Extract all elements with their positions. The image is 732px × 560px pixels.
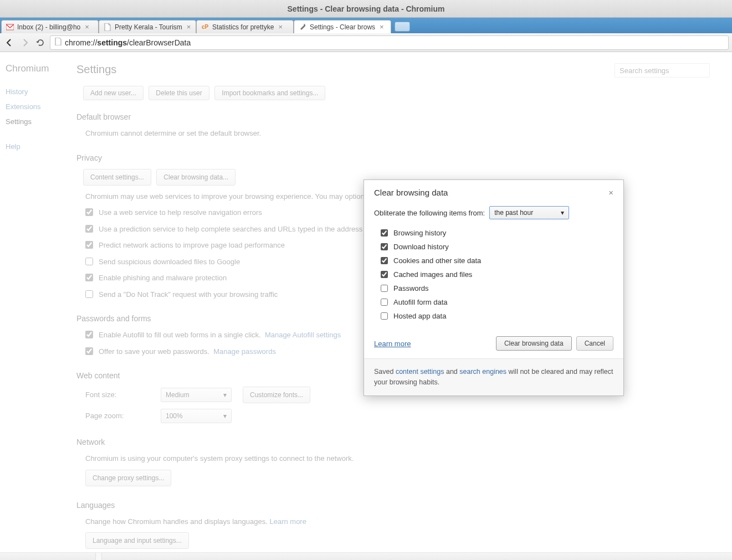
- window-titlebar: Settings - Clear browsing data - Chromiu…: [0, 0, 732, 18]
- dialog-checkbox-0[interactable]: [381, 229, 388, 237]
- cancel-button[interactable]: Cancel: [576, 336, 613, 351]
- page-icon: [104, 23, 111, 31]
- sidebar-item-help[interactable]: Help: [6, 139, 66, 154]
- page-title: Settings: [76, 63, 116, 76]
- clear-browsing-data-dialog: Clear browsing data × Obliterate the fol…: [364, 179, 624, 396]
- clear-data-button[interactable]: Clear browsing data: [496, 336, 572, 351]
- address-bar[interactable]: chrome://settings/clearBrowserData: [50, 35, 729, 50]
- obliterate-label: Obliterate the following items from:: [374, 209, 485, 217]
- url-host: settings: [97, 38, 127, 47]
- section-privacy-title: Privacy: [76, 153, 710, 162]
- dialog-checkbox-1[interactable]: [381, 243, 388, 250]
- close-icon[interactable]: ×: [278, 23, 283, 31]
- dialog-checkbox-2[interactable]: [381, 257, 388, 264]
- close-icon[interactable]: ×: [187, 23, 191, 31]
- privacy-checkbox-2[interactable]: [85, 241, 93, 249]
- dialog-option-label: Browsing history: [393, 229, 446, 237]
- tab-label: Pretty Kerala - Tourism: [115, 23, 182, 31]
- page-icon: [55, 38, 62, 47]
- privacy-checkbox-4[interactable]: [85, 274, 93, 281]
- section-languages-title: Languages: [76, 501, 710, 510]
- privacy-checkbox-5[interactable]: [85, 290, 93, 298]
- delete-user-button[interactable]: Delete this user: [149, 86, 209, 100]
- dialog-note: Saved content settings and search engine…: [364, 358, 623, 395]
- sidebar-item-history[interactable]: History: [6, 84, 66, 99]
- page-zoom-select[interactable]: 100%▾: [161, 409, 232, 423]
- sidebar-item-settings[interactable]: Settings: [6, 114, 66, 129]
- dialog-checkbox-3[interactable]: [381, 271, 388, 278]
- dialog-checkbox-5[interactable]: [381, 299, 388, 306]
- search-input[interactable]: [615, 63, 710, 78]
- add-user-button[interactable]: Add new user...: [83, 86, 144, 100]
- chevron-down-icon: ▾: [223, 390, 227, 400]
- dialog-option-label: Download history: [393, 243, 449, 251]
- chevron-down-icon: ▾: [223, 411, 227, 421]
- close-icon[interactable]: ×: [85, 23, 89, 31]
- default-browser-text: Chromium cannot determine or set the def…: [85, 128, 710, 139]
- wrench-icon: [299, 23, 306, 31]
- gmail-icon: [6, 23, 14, 31]
- sidebar: Chromium History Extensions Settings Hel…: [0, 52, 72, 560]
- dialog-option-label: Cached images and files: [393, 270, 472, 279]
- forward-button[interactable]: [19, 37, 31, 49]
- passwords-label: Offer to save your web passwords.: [99, 347, 209, 356]
- back-button[interactable]: [3, 37, 16, 49]
- passwords-link-1[interactable]: Manage passwords: [213, 347, 276, 356]
- url-path: /clearBrowserData: [127, 38, 191, 47]
- search-engines-link[interactable]: search engines: [459, 368, 506, 376]
- close-icon[interactable]: ×: [608, 188, 613, 197]
- customize-fonts-button[interactable]: Customize fonts...: [243, 387, 310, 403]
- time-range-select[interactable]: the past hour ▾: [489, 206, 569, 219]
- tab-stats[interactable]: cP Statistics for prettyke ×: [196, 20, 294, 33]
- passwords-link-0[interactable]: Manage Autofill settings: [265, 331, 341, 339]
- tab-kerala[interactable]: Pretty Kerala - Tourism ×: [99, 20, 196, 33]
- url-prefix: chrome://: [65, 38, 97, 47]
- passwords-label: Enable Autofill to fill out web forms in…: [99, 331, 261, 339]
- window-title: Settings - Clear browsing data - Chromiu…: [288, 4, 445, 13]
- passwords-checkbox-0[interactable]: [85, 331, 93, 338]
- sidebar-title: Chromium: [6, 63, 66, 74]
- tab-label: Inbox (2) - billing@ho: [17, 23, 80, 31]
- content-settings-button[interactable]: Content settings...: [83, 169, 151, 186]
- privacy-checkbox-1[interactable]: [85, 225, 93, 233]
- toolbar: chrome://settings/clearBrowserData: [0, 33, 732, 52]
- languages-learn-more-link[interactable]: Learn more: [269, 517, 306, 526]
- dialog-title: Clear browsing data: [374, 188, 448, 197]
- chevron-down-icon: ▾: [561, 209, 564, 217]
- proxy-settings-button[interactable]: Change proxy settings...: [85, 470, 171, 486]
- dialog-checkbox-4[interactable]: [381, 285, 388, 292]
- new-tab-button[interactable]: [395, 22, 410, 32]
- dialog-learn-more-link[interactable]: Learn more: [374, 340, 411, 348]
- reload-button[interactable]: [34, 37, 47, 49]
- privacy-checkbox-0[interactable]: [85, 208, 93, 216]
- privacy-check-label: Predict network actions to improve page …: [99, 240, 285, 251]
- content-settings-link[interactable]: content settings: [396, 368, 444, 376]
- privacy-checkbox-3[interactable]: [85, 258, 93, 265]
- dialog-option-label: Cookies and other site data: [393, 256, 481, 265]
- privacy-check-label: Send a "Do Not Track" request with your …: [99, 289, 278, 300]
- dialog-checkbox-6[interactable]: [381, 312, 388, 320]
- privacy-check-label: Enable phishing and malware protection: [99, 273, 227, 284]
- clear-browsing-data-button[interactable]: Clear browsing data...: [156, 169, 236, 186]
- passwords-checkbox-1[interactable]: [85, 347, 93, 355]
- section-network-title: Network: [76, 438, 710, 446]
- cpanel-icon: cP: [201, 23, 209, 31]
- language-settings-button[interactable]: Language and input settings...: [85, 532, 189, 549]
- sidebar-item-extensions[interactable]: Extensions: [6, 99, 66, 114]
- tab-inbox[interactable]: Inbox (2) - billing@ho ×: [1, 20, 99, 33]
- status-bar: [0, 552, 732, 560]
- close-icon[interactable]: ×: [380, 23, 384, 31]
- font-size-select[interactable]: Medium▾: [161, 388, 232, 402]
- tab-strip: Inbox (2) - billing@ho × Pretty Kerala -…: [0, 18, 732, 33]
- tab-label: Statistics for prettyke: [212, 23, 274, 31]
- page-zoom-label: Page zoom:: [85, 410, 130, 422]
- privacy-check-label: Use a web service to help resolve naviga…: [99, 207, 262, 218]
- tab-label: Settings - Clear brows: [310, 23, 375, 31]
- dialog-option-label: Hosted app data: [393, 312, 446, 320]
- section-default-browser-title: Default browser: [76, 112, 710, 121]
- languages-desc: Change how Chromium handles and displays…: [85, 517, 268, 526]
- tab-settings[interactable]: Settings - Clear brows ×: [294, 20, 391, 33]
- privacy-check-label: Send suspicious downloaded files to Goog…: [99, 256, 240, 268]
- network-desc: Chromium is using your computer's system…: [85, 453, 710, 464]
- import-bookmarks-button[interactable]: Import bookmarks and settings...: [214, 86, 325, 100]
